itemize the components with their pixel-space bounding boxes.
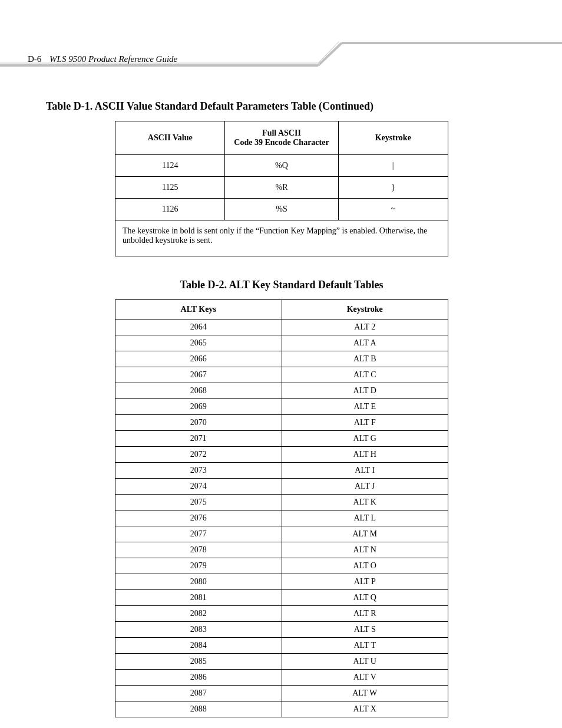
cell-key: 2069 — [115, 399, 282, 415]
table-row: 2078ALT N — [115, 542, 448, 558]
col-encode-line2: Code 39 Encode Character — [234, 138, 329, 147]
cell-key: 2088 — [115, 701, 282, 717]
cell-stroke: ALT W — [282, 686, 448, 701]
table-row: 2071ALT G — [115, 431, 448, 447]
cell-key: 2086 — [115, 670, 282, 686]
cell-keystroke: } — [338, 177, 448, 199]
cell-key: 2065 — [115, 335, 282, 351]
table-d1-title: Table D-1. ASCII Value Standard Default … — [46, 100, 517, 113]
cell-ascii: 1125 — [115, 177, 225, 199]
col-encode-line1: Full ASCII — [262, 129, 301, 137]
cell-key: 2066 — [115, 351, 282, 367]
col-alt-keys: ALT Keys — [115, 300, 282, 319]
table-row: 2080ALT P — [115, 574, 448, 590]
table-row: 1124%Q| — [115, 155, 448, 177]
table-row: 2087ALT W — [115, 686, 448, 701]
table-row: 2065ALT A — [115, 335, 448, 351]
cell-stroke: ALT D — [282, 383, 448, 399]
running-header: D-6 WLS 9500 Product Reference Guide — [28, 54, 177, 64]
cell-encode: %Q — [225, 155, 338, 177]
table-row: 2066ALT B — [115, 351, 448, 367]
cell-stroke: ALT X — [282, 701, 448, 717]
cell-key: 2087 — [115, 686, 282, 701]
cell-stroke: ALT O — [282, 558, 448, 574]
svg-line-4 — [318, 41, 339, 63]
col-encode-char: Full ASCII Code 39 Encode Character — [225, 121, 338, 155]
cell-encode: %S — [225, 199, 338, 220]
cell-stroke: ALT A — [282, 335, 448, 351]
cell-stroke: ALT R — [282, 606, 448, 622]
cell-key: 2083 — [115, 622, 282, 638]
cell-key: 2078 — [115, 542, 282, 558]
cell-stroke: ALT K — [282, 495, 448, 510]
cell-key: 2076 — [115, 510, 282, 526]
cell-key: 2082 — [115, 606, 282, 622]
cell-stroke: ALT M — [282, 526, 448, 542]
page-content: Table D-1. ASCII Value Standard Default … — [46, 94, 517, 717]
table-row: 2064ALT 2 — [115, 319, 448, 335]
cell-stroke: ALT Q — [282, 590, 448, 606]
table-row: 2074ALT J — [115, 479, 448, 495]
table-row: 1125%R} — [115, 177, 448, 199]
table-row: 2076ALT L — [115, 510, 448, 526]
table-row: 2084ALT T — [115, 638, 448, 654]
cell-stroke: ALT 2 — [282, 319, 448, 335]
cell-key: 2073 — [115, 463, 282, 479]
table-d2-title: Table D-2. ALT Key Standard Default Tabl… — [46, 279, 517, 291]
cell-stroke: ALT S — [282, 622, 448, 638]
cell-key: 2075 — [115, 495, 282, 510]
cell-stroke: ALT T — [282, 638, 448, 654]
cell-stroke: ALT N — [282, 542, 448, 558]
table1-footnote: The keystroke in bold is sent only if th… — [115, 220, 448, 256]
table2-body: 2064ALT 22065ALT A2066ALT B2067ALT C2068… — [115, 319, 448, 717]
cell-key: 2072 — [115, 447, 282, 463]
col-alt-keystroke: Keystroke — [282, 300, 448, 319]
cell-stroke: ALT V — [282, 670, 448, 686]
cell-key: 2074 — [115, 479, 282, 495]
table-row: 2086ALT V — [115, 670, 448, 686]
cell-key: 2077 — [115, 526, 282, 542]
cell-stroke: ALT I — [282, 463, 448, 479]
table-row: 2068ALT D — [115, 383, 448, 399]
cell-key: 2070 — [115, 415, 282, 431]
table-row: 2083ALT S — [115, 622, 448, 638]
cell-stroke: ALT J — [282, 479, 448, 495]
cell-stroke: ALT P — [282, 574, 448, 590]
table-row: 2070ALT F — [115, 415, 448, 431]
ascii-values-table: ASCII Value Full ASCII Code 39 Encode Ch… — [115, 121, 448, 256]
table-row: 2079ALT O — [115, 558, 448, 574]
cell-key: 2079 — [115, 558, 282, 574]
cell-stroke: ALT U — [282, 654, 448, 670]
cell-stroke: ALT F — [282, 415, 448, 431]
cell-key: 2084 — [115, 638, 282, 654]
cell-keystroke: | — [338, 155, 448, 177]
table-row: 1126%S~ — [115, 199, 448, 220]
cell-stroke: ALT L — [282, 510, 448, 526]
cell-key: 2067 — [115, 367, 282, 383]
table-row: 2069ALT E — [115, 399, 448, 415]
cell-key: 2081 — [115, 590, 282, 606]
table-row: 2081ALT Q — [115, 590, 448, 606]
cell-key: 2071 — [115, 431, 282, 447]
cell-keystroke: ~ — [338, 199, 448, 220]
cell-ascii: 1124 — [115, 155, 225, 177]
cell-key: 2064 — [115, 319, 282, 335]
table-row: 2075ALT K — [115, 495, 448, 510]
table-row: 2082ALT R — [115, 606, 448, 622]
cell-stroke: ALT C — [282, 367, 448, 383]
cell-key: 2085 — [115, 654, 282, 670]
cell-ascii: 1126 — [115, 199, 225, 220]
table-row: 2067ALT C — [115, 367, 448, 383]
cell-stroke: ALT E — [282, 399, 448, 415]
guide-title: WLS 9500 Product Reference Guide — [49, 54, 177, 64]
cell-encode: %R — [225, 177, 338, 199]
table-row: 2085ALT U — [115, 654, 448, 670]
alt-keys-table: ALT Keys Keystroke 2064ALT 22065ALT A206… — [115, 299, 448, 717]
table-row: 2072ALT H — [115, 447, 448, 463]
col-keystroke: Keystroke — [338, 121, 448, 155]
cell-stroke: ALT H — [282, 447, 448, 463]
cell-stroke: ALT G — [282, 431, 448, 447]
table-row: 2073ALT I — [115, 463, 448, 479]
col-ascii-value: ASCII Value — [115, 121, 225, 155]
cell-key: 2080 — [115, 574, 282, 590]
